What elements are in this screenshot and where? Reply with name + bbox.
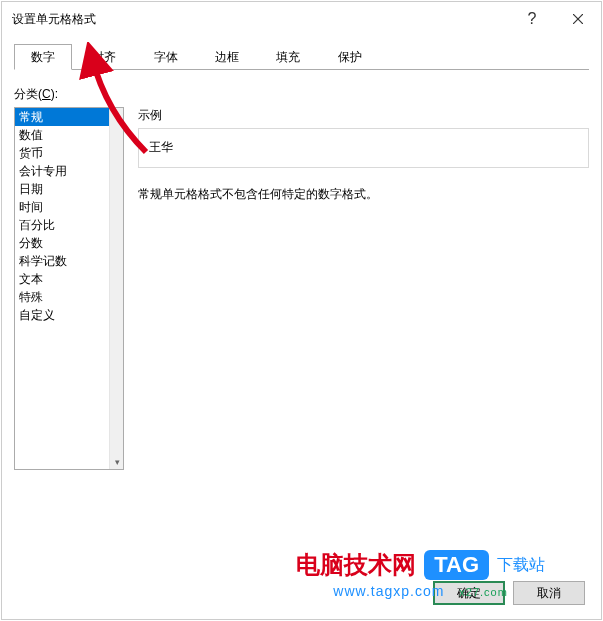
listbox-scrollbar[interactable]: ▴ ▾	[109, 108, 123, 469]
list-item-general[interactable]: 常规	[15, 108, 109, 126]
columns: 常规 数值 货币 会计专用 日期 时间 百分比 分数 科学记数 文本 特殊 自定…	[14, 107, 589, 470]
ok-button[interactable]: 确定	[433, 581, 505, 605]
list-item-special[interactable]: 特殊	[15, 288, 109, 306]
list-item-custom[interactable]: 自定义	[15, 306, 109, 324]
list-item-text[interactable]: 文本	[15, 270, 109, 288]
tab-strip: 数字 对齐 字体 边框 填充 保护	[14, 44, 589, 70]
list-item-date[interactable]: 日期	[15, 180, 109, 198]
watermark-text: 电脑技术网	[296, 549, 416, 581]
watermark-line1: 电脑技术网 TAG 下载站	[296, 549, 545, 581]
list-item-currency[interactable]: 货币	[15, 144, 109, 162]
watermark-side: 下载站	[497, 555, 545, 576]
tab-font[interactable]: 字体	[137, 44, 195, 70]
list-item-scientific[interactable]: 科学记数	[15, 252, 109, 270]
tab-fill[interactable]: 填充	[259, 44, 317, 70]
category-hotkey: C	[42, 87, 51, 101]
list-inner: 常规 数值 货币 会计专用 日期 时间 百分比 分数 科学记数 文本 特殊 自定…	[15, 108, 109, 469]
format-description: 常规单元格格式不包含任何特定的数字格式。	[138, 186, 589, 203]
category-label: 分类(C):	[14, 86, 589, 103]
content-area: 数字 对齐 字体 边框 填充 保护 分类(C): 常规 数值 货币 会计专用 日…	[2, 36, 601, 470]
right-pane: 示例 王华 常规单元格格式不包含任何特定的数字格式。	[138, 107, 589, 470]
sample-label: 示例	[138, 107, 589, 124]
tab-number[interactable]: 数字	[14, 44, 72, 70]
category-label-suffix: ):	[51, 87, 58, 101]
watermark-tag: TAG	[424, 550, 489, 580]
list-item-percentage[interactable]: 百分比	[15, 216, 109, 234]
list-item-accounting[interactable]: 会计专用	[15, 162, 109, 180]
list-item-fraction[interactable]: 分数	[15, 234, 109, 252]
watermark-url-prefix: www.	[333, 583, 370, 599]
title-controls: ?	[509, 2, 601, 36]
titlebar: 设置单元格格式 ?	[2, 2, 601, 36]
cancel-button[interactable]: 取消	[513, 581, 585, 605]
tab-border[interactable]: 边框	[198, 44, 256, 70]
sample-box: 王华	[138, 128, 589, 168]
scroll-down-icon[interactable]: ▾	[110, 455, 124, 469]
close-button[interactable]	[555, 2, 601, 36]
category-label-prefix: 分类(	[14, 87, 42, 101]
list-item-number[interactable]: 数值	[15, 126, 109, 144]
list-item-time[interactable]: 时间	[15, 198, 109, 216]
tab-protection[interactable]: 保护	[321, 44, 379, 70]
scroll-up-icon[interactable]: ▴	[110, 108, 124, 122]
tab-alignment[interactable]: 对齐	[75, 44, 133, 70]
sample-value: 王华	[149, 140, 173, 154]
dialog-footer: 确定 取消	[433, 581, 585, 605]
close-icon	[573, 14, 583, 24]
category-listbox[interactable]: 常规 数值 货币 会计专用 日期 时间 百分比 分数 科学记数 文本 特殊 自定…	[14, 107, 124, 470]
window-title: 设置单元格格式	[12, 11, 96, 28]
help-button[interactable]: ?	[509, 2, 555, 36]
watermark-url-mid: tagxp	[371, 583, 410, 599]
tab-body: 分类(C): 常规 数值 货币 会计专用 日期 时间 百分比 分数 科学记数 文…	[14, 70, 589, 470]
dialog-window: 设置单元格格式 ? 数字 对齐 字体 边框 填充 保护 分类(C):	[1, 1, 602, 620]
